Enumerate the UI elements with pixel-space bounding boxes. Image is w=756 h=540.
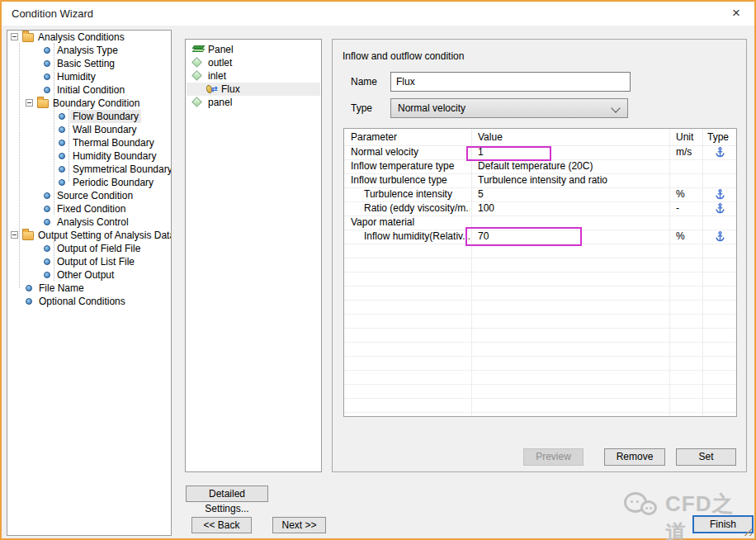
tree-item-analysis-control[interactable]: Analysis Control (7, 216, 171, 229)
tree-item-label: File Name (36, 282, 87, 295)
finish-button[interactable]: Finish (692, 515, 754, 533)
list-item-inlet[interactable]: inlet (187, 69, 320, 83)
value-cell[interactable]: 5 (478, 187, 666, 201)
tree-node-icon (59, 153, 65, 159)
tree-item-label: Boundary Condition (50, 97, 142, 110)
tree-item-label: Initial Condition (54, 83, 127, 97)
tree-node-icon (44, 245, 50, 252)
panel-stack-icon (193, 45, 205, 54)
param-cell: Inflow humidity(Relativ... (364, 230, 470, 244)
wechat-logo-icon (640, 500, 657, 515)
list-item-panel[interactable]: panel (187, 96, 320, 109)
close-icon[interactable]: × (726, 3, 746, 23)
column-header-parameter[interactable]: Parameter (351, 129, 397, 145)
collapse-icon[interactable] (11, 33, 18, 40)
parameter-table[interactable]: ParameterValueUnitType Normal velocity1m… (343, 128, 737, 417)
table-row-empty (344, 286, 736, 301)
column-header-type[interactable]: Type (707, 129, 729, 145)
set-button[interactable]: Set (676, 448, 736, 466)
param-cell: Normal velocity (351, 145, 470, 159)
tree-item-output-of-list-file[interactable]: Output of List File (7, 255, 171, 268)
list-item-flux[interactable]: ⇄Flux (187, 83, 320, 96)
table-row-empty (344, 370, 736, 385)
list-item-panel[interactable]: Panel (187, 43, 320, 56)
next-button[interactable]: Next >> (272, 517, 326, 533)
tree-node-icon (44, 206, 50, 212)
tree-node-icon (59, 140, 65, 146)
tree-item-label: Source Condition (54, 189, 135, 202)
table-header: ParameterValueUnitType (344, 129, 736, 146)
value-cell[interactable]: Default temperature (20C) (478, 159, 666, 173)
tree-item-initial-condition[interactable]: Initial Condition (7, 83, 171, 97)
region-diamond-icon (191, 57, 202, 68)
list-item-label: inlet (208, 69, 226, 83)
value-cell[interactable]: 100 (478, 201, 666, 216)
table-row[interactable]: Ratio (eddy viscosity/m...100- (344, 201, 736, 216)
folder-icon (22, 231, 34, 240)
type-dropdown[interactable]: Normal velocity (390, 98, 628, 118)
tree-item-label: Output Setting of Analysis Data (35, 229, 172, 242)
list-item-outlet[interactable]: outlet (187, 56, 320, 69)
tree-item-flow-boundary[interactable]: Flow Boundary (7, 110, 171, 123)
param-cell: Ratio (eddy viscosity/m... (364, 201, 470, 216)
tree-item-label: Analysis Type (54, 44, 120, 57)
tree-item-humidity-boundary[interactable]: Humidity Boundary (7, 149, 171, 163)
anchor-icon[interactable] (702, 145, 737, 159)
type-label: Type (351, 98, 372, 118)
list-item-label: panel (208, 96, 232, 109)
tree-item-source-condition[interactable]: Source Condition (7, 189, 171, 202)
tree-node-icon (44, 272, 50, 278)
table-row[interactable]: Turbulence intensity5% (344, 187, 736, 202)
table-row-empty (344, 258, 736, 272)
tree-node-icon (26, 285, 32, 291)
unit-cell: % (676, 187, 701, 201)
tree-item-file-name[interactable]: File Name (7, 282, 171, 295)
tree-node-icon (59, 126, 65, 133)
tree-item-boundary-condition[interactable]: Boundary Condition (7, 97, 171, 110)
tree-item-periodic-boundary[interactable]: Periodic Boundary (7, 176, 171, 189)
back-button[interactable]: << Back (191, 517, 252, 533)
tree-item-wall-boundary[interactable]: Wall Boundary (7, 123, 171, 136)
table-row-empty (344, 314, 736, 329)
anchor-icon[interactable] (702, 201, 737, 216)
table-row[interactable]: Inflow temperature typeDefault temperatu… (344, 159, 736, 174)
remove-button[interactable]: Remove (604, 448, 665, 466)
column-header-unit[interactable]: Unit (676, 129, 693, 145)
tree-item-humidity[interactable]: Humidity (7, 70, 171, 83)
column-header-value[interactable]: Value (478, 129, 503, 145)
unit-cell: - (676, 201, 701, 216)
anchor-icon[interactable] (702, 230, 737, 244)
tree-item-label: Flow Boundary (70, 110, 141, 123)
folder-icon (37, 99, 49, 108)
collapse-icon[interactable] (26, 99, 33, 107)
tree-item-symmetrical-boundary[interactable]: Symmetrical Boundary (7, 163, 171, 176)
anchor-icon[interactable] (702, 187, 737, 201)
condition-wizard-dialog: Condition Wizard × Analysis ConditionsAn… (0, 0, 756, 540)
tree-item-fixed-condition[interactable]: Fixed Condition (7, 202, 171, 216)
tree-item-analysis-conditions[interactable]: Analysis Conditions (7, 31, 171, 44)
collapse-icon[interactable] (11, 231, 18, 239)
tree-item-output-setting-of-analysis-data[interactable]: Output Setting of Analysis Data (7, 229, 171, 242)
flux-region-icon: ⇄ (206, 84, 218, 94)
table-row[interactable]: Inflow turbulence typeTurbulence intensi… (344, 173, 736, 188)
table-row-empty (344, 300, 736, 315)
tree-item-other-output[interactable]: Other Output (7, 268, 171, 282)
analysis-conditions-tree[interactable]: Analysis ConditionsAnalysis TypeBasic Se… (7, 30, 172, 536)
detailed-settings-button[interactable]: Detailed Settings... (186, 486, 268, 502)
tree-item-label: Humidity (54, 70, 98, 83)
tree-item-optional-conditions[interactable]: Optional Conditions (7, 295, 171, 308)
value-cell[interactable]: Turbulence intensity and ratio (478, 173, 666, 187)
tree-item-basic-setting[interactable]: Basic Setting (7, 57, 171, 70)
tree-item-output-of-field-file[interactable]: Output of Field File (7, 242, 171, 255)
param-cell: Vapor material (351, 216, 470, 230)
list-item-label: Flux (221, 83, 240, 96)
tree-item-label: Optional Conditions (36, 295, 128, 308)
name-input[interactable] (390, 72, 631, 92)
boundary-object-list[interactable]: Paneloutletinlet⇄Fluxpanel (185, 39, 322, 472)
tree-item-thermal-boundary[interactable]: Thermal Boundary (7, 136, 171, 149)
preview-button: Preview (523, 448, 584, 466)
list-item-label: Panel (208, 43, 234, 56)
tree-item-analysis-type[interactable]: Analysis Type (7, 44, 171, 57)
tree-node-icon (44, 47, 50, 54)
tree-node-icon (44, 87, 50, 93)
